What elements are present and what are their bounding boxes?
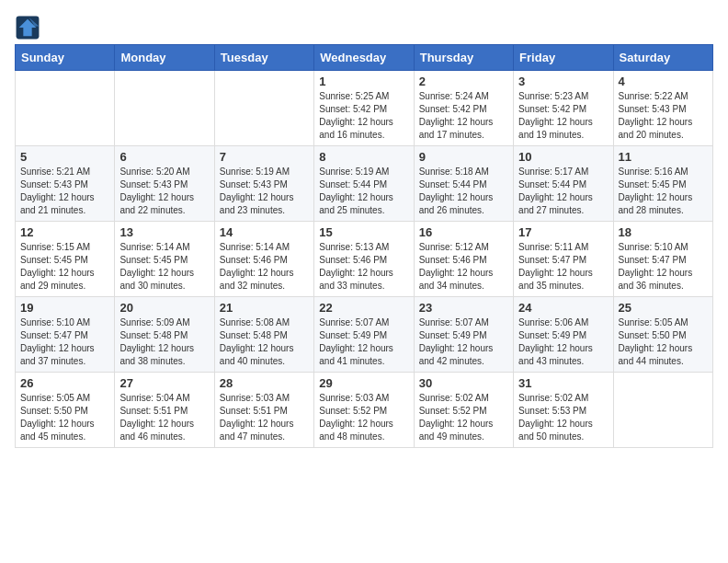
day-info: Sunrise: 5:08 AM Sunset: 5:48 PM Dayligh… — [220, 316, 309, 368]
day-number: 12 — [20, 225, 109, 239]
day-number: 10 — [518, 150, 608, 164]
calendar-cell: 7Sunrise: 5:19 AM Sunset: 5:43 PM Daylig… — [214, 146, 313, 222]
calendar-cell: 5Sunrise: 5:21 AM Sunset: 5:43 PM Daylig… — [16, 146, 115, 222]
day-number: 5 — [20, 150, 109, 164]
calendar-cell: 16Sunrise: 5:12 AM Sunset: 5:46 PM Dayli… — [414, 222, 513, 297]
calendar-cell: 23Sunrise: 5:07 AM Sunset: 5:49 PM Dayli… — [414, 297, 513, 373]
day-number: 27 — [119, 376, 209, 390]
day-info: Sunrise: 5:19 AM Sunset: 5:43 PM Dayligh… — [220, 166, 309, 217]
weekday-header-saturday: Saturday — [613, 45, 712, 71]
day-number: 24 — [518, 301, 608, 315]
calendar-cell: 21Sunrise: 5:08 AM Sunset: 5:48 PM Dayli… — [214, 297, 313, 373]
calendar-cell: 12Sunrise: 5:15 AM Sunset: 5:45 PM Dayli… — [16, 222, 115, 297]
day-info: Sunrise: 5:25 AM Sunset: 5:42 PM Dayligh… — [319, 90, 408, 142]
calendar-cell: 25Sunrise: 5:05 AM Sunset: 5:50 PM Dayli… — [613, 297, 712, 373]
calendar-cell: 31Sunrise: 5:02 AM Sunset: 5:53 PM Dayli… — [514, 373, 613, 448]
day-info: Sunrise: 5:06 AM Sunset: 5:49 PM Dayligh… — [518, 316, 608, 368]
day-number: 16 — [419, 225, 508, 239]
day-number: 7 — [220, 150, 309, 164]
day-info: Sunrise: 5:24 AM Sunset: 5:42 PM Dayligh… — [419, 90, 508, 142]
day-info: Sunrise: 5:19 AM Sunset: 5:44 PM Dayligh… — [319, 166, 408, 217]
day-number: 29 — [319, 376, 408, 390]
day-number: 11 — [619, 150, 708, 164]
calendar-cell: 27Sunrise: 5:04 AM Sunset: 5:51 PM Dayli… — [115, 373, 214, 448]
day-number: 18 — [619, 225, 708, 239]
day-number: 14 — [220, 225, 309, 239]
calendar-cell: 29Sunrise: 5:03 AM Sunset: 5:52 PM Dayli… — [314, 373, 414, 448]
generalblue-logo-icon — [15, 15, 40, 40]
day-number: 8 — [319, 150, 408, 164]
day-info: Sunrise: 5:14 AM Sunset: 5:46 PM Dayligh… — [220, 241, 309, 293]
calendar-week-row: 12Sunrise: 5:15 AM Sunset: 5:45 PM Dayli… — [16, 222, 713, 297]
calendar-cell: 26Sunrise: 5:05 AM Sunset: 5:50 PM Dayli… — [16, 373, 115, 448]
calendar-body: 1Sunrise: 5:25 AM Sunset: 5:42 PM Daylig… — [16, 71, 713, 448]
calendar-cell: 4Sunrise: 5:22 AM Sunset: 5:43 PM Daylig… — [613, 71, 712, 146]
day-number: 15 — [319, 225, 408, 239]
weekday-header-tuesday: Tuesday — [214, 45, 313, 71]
calendar-cell: 18Sunrise: 5:10 AM Sunset: 5:47 PM Dayli… — [613, 222, 712, 297]
day-number: 3 — [518, 75, 608, 88]
day-info: Sunrise: 5:11 AM Sunset: 5:47 PM Dayligh… — [518, 241, 608, 293]
calendar-cell — [214, 71, 313, 146]
day-info: Sunrise: 5:05 AM Sunset: 5:50 PM Dayligh… — [20, 392, 109, 443]
calendar-cell: 1Sunrise: 5:25 AM Sunset: 5:42 PM Daylig… — [314, 71, 414, 146]
calendar-cell: 22Sunrise: 5:07 AM Sunset: 5:49 PM Dayli… — [314, 297, 414, 373]
day-info: Sunrise: 5:15 AM Sunset: 5:45 PM Dayligh… — [20, 241, 109, 293]
day-info: Sunrise: 5:07 AM Sunset: 5:49 PM Dayligh… — [419, 316, 508, 368]
day-info: Sunrise: 5:14 AM Sunset: 5:45 PM Dayligh… — [119, 241, 209, 293]
calendar-table: SundayMondayTuesdayWednesdayThursdayFrid… — [15, 44, 713, 448]
day-info: Sunrise: 5:02 AM Sunset: 5:52 PM Dayligh… — [419, 392, 508, 443]
day-number: 2 — [419, 75, 508, 88]
calendar-cell — [16, 71, 115, 146]
calendar-week-row: 19Sunrise: 5:10 AM Sunset: 5:47 PM Dayli… — [16, 297, 713, 373]
day-info: Sunrise: 5:02 AM Sunset: 5:53 PM Dayligh… — [518, 392, 608, 443]
day-number: 6 — [119, 150, 209, 164]
calendar-cell: 9Sunrise: 5:18 AM Sunset: 5:44 PM Daylig… — [414, 146, 513, 222]
day-info: Sunrise: 5:12 AM Sunset: 5:46 PM Dayligh… — [419, 241, 508, 293]
calendar-cell: 10Sunrise: 5:17 AM Sunset: 5:44 PM Dayli… — [514, 146, 613, 222]
calendar-cell: 19Sunrise: 5:10 AM Sunset: 5:47 PM Dayli… — [16, 297, 115, 373]
day-number: 30 — [419, 376, 508, 390]
calendar-cell: 3Sunrise: 5:23 AM Sunset: 5:42 PM Daylig… — [514, 71, 613, 146]
calendar-cell: 17Sunrise: 5:11 AM Sunset: 5:47 PM Dayli… — [514, 222, 613, 297]
calendar-week-row: 26Sunrise: 5:05 AM Sunset: 5:50 PM Dayli… — [16, 373, 713, 448]
day-info: Sunrise: 5:07 AM Sunset: 5:49 PM Dayligh… — [319, 316, 408, 368]
calendar-cell — [115, 71, 214, 146]
calendar-cell: 14Sunrise: 5:14 AM Sunset: 5:46 PM Dayli… — [214, 222, 313, 297]
day-info: Sunrise: 5:18 AM Sunset: 5:44 PM Dayligh… — [419, 166, 508, 217]
header — [15, 15, 713, 40]
calendar-cell: 8Sunrise: 5:19 AM Sunset: 5:44 PM Daylig… — [314, 146, 414, 222]
day-number: 9 — [419, 150, 508, 164]
calendar-cell: 20Sunrise: 5:09 AM Sunset: 5:48 PM Dayli… — [115, 297, 214, 373]
day-number: 13 — [119, 225, 209, 239]
calendar-week-row: 1Sunrise: 5:25 AM Sunset: 5:42 PM Daylig… — [16, 71, 713, 146]
calendar-cell: 6Sunrise: 5:20 AM Sunset: 5:43 PM Daylig… — [115, 146, 214, 222]
calendar-header: SundayMondayTuesdayWednesdayThursdayFrid… — [16, 45, 713, 71]
calendar-cell — [613, 373, 712, 448]
calendar-cell: 24Sunrise: 5:06 AM Sunset: 5:49 PM Dayli… — [514, 297, 613, 373]
day-info: Sunrise: 5:17 AM Sunset: 5:44 PM Dayligh… — [518, 166, 608, 217]
calendar-cell: 13Sunrise: 5:14 AM Sunset: 5:45 PM Dayli… — [115, 222, 214, 297]
calendar-cell: 15Sunrise: 5:13 AM Sunset: 5:46 PM Dayli… — [314, 222, 414, 297]
day-number: 25 — [619, 301, 708, 315]
day-info: Sunrise: 5:04 AM Sunset: 5:51 PM Dayligh… — [119, 392, 209, 443]
day-number: 22 — [319, 301, 408, 315]
day-number: 21 — [220, 301, 309, 315]
day-number: 4 — [619, 75, 708, 88]
calendar-cell: 11Sunrise: 5:16 AM Sunset: 5:45 PM Dayli… — [613, 146, 712, 222]
day-info: Sunrise: 5:22 AM Sunset: 5:43 PM Dayligh… — [619, 90, 708, 142]
day-info: Sunrise: 5:13 AM Sunset: 5:46 PM Dayligh… — [319, 241, 408, 293]
day-number: 26 — [20, 376, 109, 390]
day-number: 28 — [220, 376, 309, 390]
day-info: Sunrise: 5:03 AM Sunset: 5:51 PM Dayligh… — [220, 392, 309, 443]
day-number: 17 — [518, 225, 608, 239]
calendar-cell: 30Sunrise: 5:02 AM Sunset: 5:52 PM Dayli… — [414, 373, 513, 448]
weekday-header-friday: Friday — [514, 45, 613, 71]
day-info: Sunrise: 5:23 AM Sunset: 5:42 PM Dayligh… — [518, 90, 608, 142]
day-info: Sunrise: 5:10 AM Sunset: 5:47 PM Dayligh… — [619, 241, 708, 293]
day-number: 1 — [319, 75, 408, 88]
day-info: Sunrise: 5:16 AM Sunset: 5:45 PM Dayligh… — [619, 166, 708, 217]
day-info: Sunrise: 5:20 AM Sunset: 5:43 PM Dayligh… — [119, 166, 209, 217]
calendar-week-row: 5Sunrise: 5:21 AM Sunset: 5:43 PM Daylig… — [16, 146, 713, 222]
logo-area — [15, 15, 42, 40]
